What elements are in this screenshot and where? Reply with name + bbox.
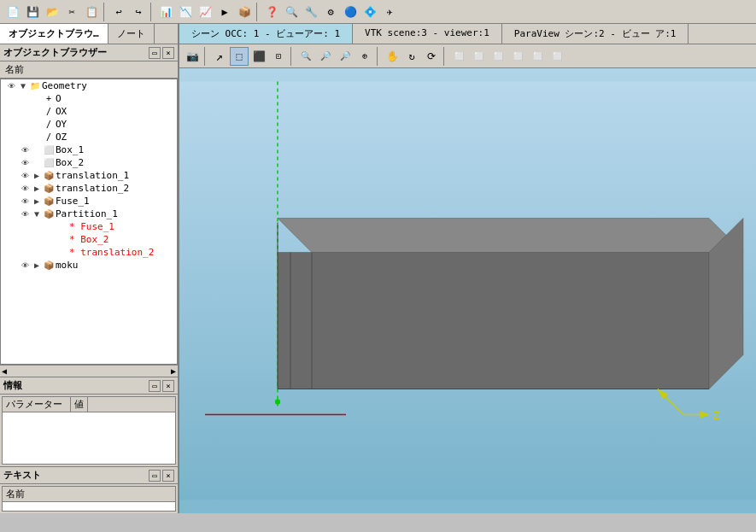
tree-item-box2-sub[interactable]: * Box_2 bbox=[1, 233, 177, 246]
viewer-toolbar: 📷 ↗ ⬚ ⬛ ⊡ 🔍 🔎 🔎 ⊕ ✋ ↻ ⟳ ⬜ ⬜ ⬜ ⬜ ⬜ ⬜ bbox=[179, 44, 756, 68]
icon-fuse1: 📦 bbox=[42, 196, 56, 206]
vtb-box-v1[interactable]: ⬜ bbox=[449, 47, 468, 66]
label-box2-sub: * Box_2 bbox=[69, 234, 177, 245]
vtb-reset[interactable]: ⟳ bbox=[422, 47, 441, 66]
viewer-tab-vtk[interactable]: VTK scene:3 - viewer:1 bbox=[353, 24, 502, 44]
eye-box2[interactable]: 👁 bbox=[18, 159, 32, 167]
eye-fuse1[interactable]: 👁 bbox=[18, 197, 32, 206]
info-minimize-btn[interactable]: ▭ bbox=[149, 380, 161, 392]
vtb-box-v4[interactable]: ⬜ bbox=[508, 47, 527, 66]
viewport-svg: Z bbox=[179, 68, 756, 513]
ob-header-btns: ▭ × bbox=[149, 47, 174, 59]
toolbar-chart2[interactable]: 📉 bbox=[176, 3, 195, 21]
tree-item-o[interactable]: + O bbox=[1, 92, 177, 105]
vtb-dump[interactable]: 📷 bbox=[183, 47, 202, 66]
ob-close-btn[interactable]: × bbox=[162, 47, 174, 59]
vtb-box-v6[interactable]: ⬜ bbox=[548, 47, 566, 66]
tree-item-trans2[interactable]: 👁 ▶ 📦 translation_2 bbox=[1, 182, 177, 195]
icon-trans1: 📦 bbox=[42, 171, 56, 180]
vtb-zoom-in[interactable]: 🔍 bbox=[296, 47, 315, 66]
toolbar-search[interactable]: 🔍 bbox=[282, 3, 301, 21]
toolbar-open[interactable]: 📂 bbox=[43, 3, 62, 21]
eye-box1[interactable]: 👁 bbox=[18, 146, 32, 155]
tab-object-browser[interactable]: オブジェクトブラウ… bbox=[0, 24, 108, 44]
toolbar-redo[interactable]: ↪ bbox=[129, 3, 148, 21]
vtb-zoom-out[interactable]: 🔎 bbox=[316, 47, 335, 66]
viewer-tab-paraview[interactable]: ParaView シーン:2 - ビュー ア:1 bbox=[502, 24, 689, 44]
text-content: 名前 bbox=[2, 486, 176, 512]
label-oy: OY bbox=[56, 119, 177, 130]
vtb-box-v5[interactable]: ⬜ bbox=[528, 47, 547, 66]
tree-item-partition1[interactable]: 👁 ▼ 📦 Partition_1 bbox=[1, 208, 177, 220]
toolbar-gear[interactable]: ⚙ bbox=[321, 3, 340, 21]
label-box1: Box_1 bbox=[56, 144, 177, 155]
toggle-partition1[interactable]: ▼ bbox=[32, 209, 42, 219]
toolbar-chart3[interactable]: 📈 bbox=[196, 3, 214, 21]
tree-item-fuse1[interactable]: 👁 ▶ 📦 Fuse_1 bbox=[1, 195, 177, 208]
toggle-trans2[interactable]: ▶ bbox=[32, 184, 42, 193]
ob-minimize-btn[interactable]: ▭ bbox=[149, 47, 161, 59]
text-title: テキスト bbox=[3, 469, 41, 482]
info-content: パラメーター 値 bbox=[2, 396, 176, 465]
vtb-select-rect2[interactable]: ⬛ bbox=[249, 47, 268, 66]
vtb-box-v3[interactable]: ⬜ bbox=[489, 47, 507, 66]
info-close-btn[interactable]: × bbox=[162, 380, 174, 392]
viewport-3d[interactable]: Z bbox=[179, 68, 756, 513]
toggle-fuse1[interactable]: ▶ bbox=[32, 196, 42, 206]
toolbar-plane[interactable]: ✈ bbox=[380, 3, 399, 21]
viewer-tab-occ[interactable]: シーン OCC: 1 - ビューアー: 1 bbox=[179, 24, 353, 44]
toggle-moku[interactable]: ▶ bbox=[32, 260, 42, 270]
tree-item-trans1[interactable]: 👁 ▶ 📦 translation_1 bbox=[1, 169, 177, 182]
vtb-box-v2[interactable]: ⬜ bbox=[469, 47, 488, 66]
toolbar-undo[interactable]: ↩ bbox=[109, 3, 128, 21]
tree-item-box2[interactable]: 👁 ⬜ Box_2 bbox=[1, 156, 177, 169]
info-header: 情報 ▭ × bbox=[0, 377, 178, 395]
scroll-right[interactable]: ▶ bbox=[171, 366, 176, 376]
eye-moku[interactable]: 👁 bbox=[18, 261, 32, 270]
toolbar-save[interactable]: 💾 bbox=[23, 3, 42, 21]
tree-item-geometry[interactable]: 👁 ▼ 📁 Geometry bbox=[1, 79, 177, 92]
vtb-zoom-window[interactable]: ⊕ bbox=[355, 47, 374, 66]
toolbar-cut[interactable]: ✂ bbox=[62, 3, 81, 21]
toolbar-wrench[interactable]: 🔧 bbox=[302, 3, 320, 21]
toolbar-run[interactable]: ▶ bbox=[215, 3, 234, 21]
vtb-pan-mode[interactable]: ↗ bbox=[210, 47, 229, 66]
icon-geometry: 📁 bbox=[28, 81, 42, 91]
vtb-zoom-fit[interactable]: 🔎 bbox=[336, 47, 355, 66]
toolbar-circle[interactable]: 🔵 bbox=[341, 3, 360, 21]
toggle-geometry[interactable]: ▼ bbox=[18, 81, 28, 91]
tree-item-ox[interactable]: / OX bbox=[1, 105, 177, 118]
eye-geometry[interactable]: 👁 bbox=[4, 82, 18, 91]
text-header: テキスト ▭ × bbox=[0, 467, 178, 484]
vtb-rotate[interactable]: ↻ bbox=[402, 47, 421, 66]
tab-notes[interactable]: ノート bbox=[108, 24, 155, 44]
text-minimize-btn[interactable]: ▭ bbox=[149, 470, 161, 482]
object-browser-tree[interactable]: 👁 ▼ 📁 Geometry + O / OX bbox=[0, 79, 178, 365]
tree-item-box1[interactable]: 👁 ⬜ Box_1 bbox=[1, 143, 177, 156]
toolbar-pkg[interactable]: 📦 bbox=[235, 3, 254, 21]
toolbar-chart1[interactable]: 📊 bbox=[156, 3, 175, 21]
toolbar-new[interactable]: 📄 bbox=[3, 3, 22, 21]
vtb-fit-area[interactable]: ⊡ bbox=[269, 47, 288, 66]
tree-item-trans2-sub[interactable]: * translation_2 bbox=[1, 246, 177, 259]
icon-partition1: 📦 bbox=[42, 209, 56, 219]
scroll-left[interactable]: ◀ bbox=[2, 366, 7, 376]
tree-item-oz[interactable]: / OZ bbox=[1, 131, 177, 143]
left-tab-bar: オブジェクトブラウ… ノート bbox=[0, 24, 178, 44]
eye-trans1[interactable]: 👁 bbox=[18, 172, 32, 180]
tree-item-oy[interactable]: / OY bbox=[1, 118, 177, 131]
eye-trans2[interactable]: 👁 bbox=[18, 184, 32, 193]
ob-col-header: 名前 bbox=[0, 61, 178, 79]
eye-partition1[interactable]: 👁 bbox=[18, 210, 32, 219]
label-oz: OZ bbox=[56, 132, 177, 143]
toolbar-help[interactable]: ❓ bbox=[262, 3, 281, 21]
toolbar-copy[interactable]: 📋 bbox=[82, 3, 101, 21]
icon-trans2: 📦 bbox=[42, 184, 56, 193]
text-close-btn[interactable]: × bbox=[162, 470, 174, 482]
toggle-trans1[interactable]: ▶ bbox=[32, 171, 42, 180]
vtb-select-rect[interactable]: ⬚ bbox=[230, 47, 249, 66]
tree-item-moku[interactable]: 👁 ▶ 📦 moku bbox=[1, 259, 177, 272]
vtb-pan[interactable]: ✋ bbox=[383, 47, 401, 66]
tree-item-fuse1-sub[interactable]: * Fuse_1 bbox=[1, 220, 177, 233]
toolbar-diamond[interactable]: 💠 bbox=[360, 3, 379, 21]
